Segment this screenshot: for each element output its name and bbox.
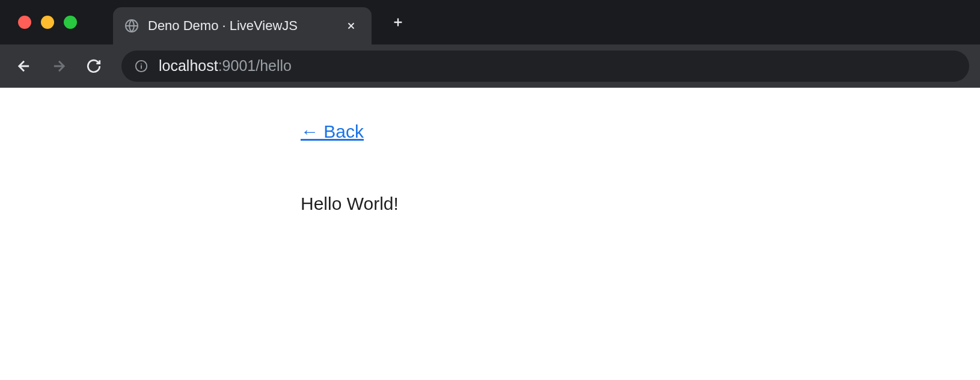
address-bar[interactable]: localhost:9001/hello — [121, 51, 969, 82]
tab-title: Deno Demo · LiveViewJS — [148, 18, 335, 34]
minimize-window-button[interactable] — [41, 16, 54, 29]
close-tab-button[interactable] — [344, 19, 358, 33]
tab-strip: Deno Demo · LiveViewJS — [113, 0, 410, 44]
forward-button[interactable] — [46, 53, 72, 79]
svg-point-2 — [141, 63, 142, 64]
globe-icon — [124, 18, 139, 34]
browser-toolbar: localhost:9001/hello — [0, 44, 980, 88]
url-text: localhost:9001/hello — [159, 57, 292, 75]
hello-text: Hello World! — [301, 194, 980, 214]
url-path: :9001/hello — [218, 57, 292, 75]
maximize-window-button[interactable] — [64, 16, 77, 29]
back-link[interactable]: ← Back — [301, 121, 364, 142]
page-content: ← Back Hello World! — [0, 88, 980, 380]
close-window-button[interactable] — [18, 16, 31, 29]
traffic-lights — [18, 16, 77, 29]
reload-button[interactable] — [81, 53, 107, 79]
new-tab-button[interactable] — [386, 10, 410, 34]
url-host: localhost — [159, 57, 218, 75]
site-info-icon[interactable] — [133, 58, 149, 74]
window-titlebar: Deno Demo · LiveViewJS — [0, 0, 980, 44]
back-button[interactable] — [11, 53, 37, 79]
browser-tab[interactable]: Deno Demo · LiveViewJS — [113, 7, 372, 44]
